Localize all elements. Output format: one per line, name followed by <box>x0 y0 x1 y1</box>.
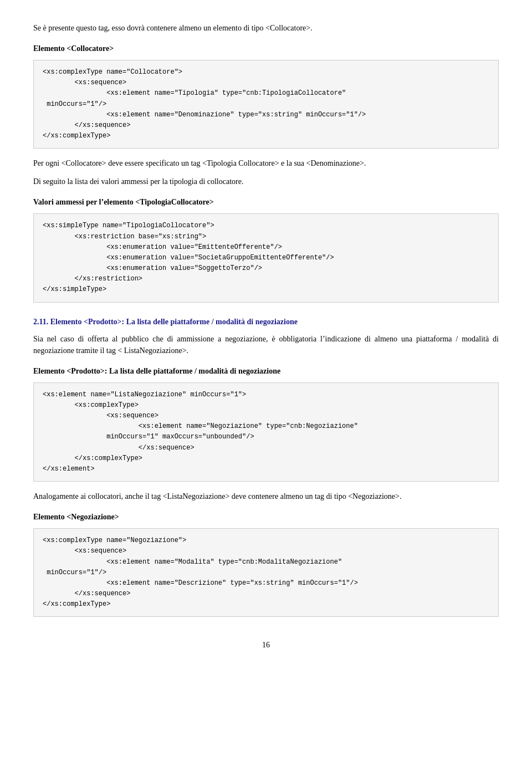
prodotto-negoziazione-code-block: <xs:element name="ListaNegoziazione" min… <box>33 382 499 482</box>
negoziazione-element-code-block: <xs:complexType name="Negoziazione"> <xs… <box>33 528 499 617</box>
section-211-title: Elemento <Prodotto>: La lista delle piat… <box>50 318 298 326</box>
collocatore-desc: Per ogni <Collocatore> deve essere speci… <box>33 157 499 169</box>
collocatore-heading: Elemento <Collocatore> <box>33 43 499 54</box>
intro-paragraph: Se è presente questo tag, esso dovrà con… <box>33 22 499 34</box>
section-211-heading: 2.11. Elemento <Prodotto>: La lista dell… <box>33 316 499 328</box>
collocatore-code-block: <xs:complexType name="Collocatore"> <xs:… <box>33 60 499 149</box>
valori-heading: Valori ammessi per l’elemento <Tipologia… <box>33 196 499 208</box>
page-number: 16 <box>33 639 499 651</box>
collocatore-list-desc: Di seguito la lista dei valori ammessi p… <box>33 176 499 187</box>
valori-code-block: <xs:simpleType name="TipologiaCollocator… <box>33 213 499 302</box>
prodotto-negoziazione-heading: Elemento <Prodotto>: La lista delle piat… <box>33 365 499 377</box>
section-211-desc1: Sia nel caso di offerta al pubblico che … <box>33 333 499 356</box>
section-211-number: 2.11. <box>33 318 48 326</box>
negoziazione-desc: Analogamente ai collocatori, anche il ta… <box>33 491 499 502</box>
negoziazione-element-heading: Elemento <Negoziazione> <box>33 511 499 523</box>
page-content: Se è presente questo tag, esso dovrà con… <box>33 22 499 651</box>
